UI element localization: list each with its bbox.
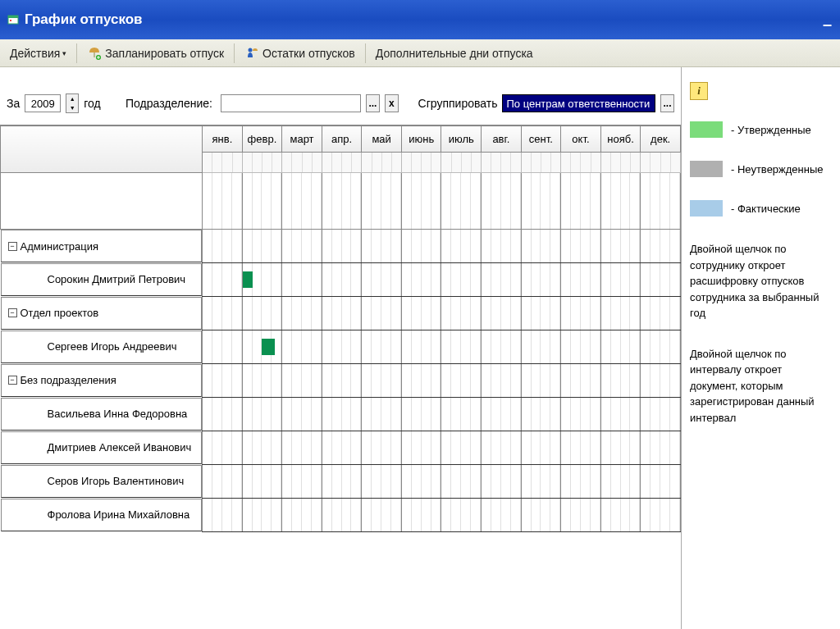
timeline-cell[interactable]	[203, 230, 243, 263]
timeline-cell[interactable]	[441, 230, 482, 263]
timeline-cell[interactable]	[322, 431, 362, 465]
collapse-button[interactable]: −	[8, 308, 17, 317]
timeline-cell[interactable]	[521, 230, 561, 263]
timeline-cell[interactable]	[600, 364, 641, 398]
timeline-cell[interactable]	[600, 230, 641, 263]
timeline-cell[interactable]	[641, 398, 681, 431]
department-lookup-button[interactable]: ...	[366, 94, 380, 112]
group-row[interactable]: −Без подразделения	[1, 364, 681, 398]
info-button[interactable]: i	[690, 82, 708, 100]
plan-vacation-button[interactable]: Запланировать отпуск	[80, 43, 231, 63]
timeline-cell[interactable]	[362, 330, 402, 364]
timeline-cell[interactable]	[561, 398, 601, 431]
vacation-remains-button[interactable]: Остатки отпусков	[238, 43, 362, 63]
timeline-cell[interactable]	[441, 330, 482, 364]
timeline-cell[interactable]	[362, 499, 402, 532]
timeline-cell[interactable]	[441, 398, 482, 431]
timeline-cell[interactable]	[242, 431, 282, 465]
timeline-cell[interactable]	[441, 364, 482, 398]
timeline-cell[interactable]	[441, 499, 482, 532]
timeline-cell[interactable]	[242, 398, 282, 431]
group-lookup-button[interactable]: ...	[660, 94, 674, 112]
timeline-cell[interactable]	[282, 364, 322, 398]
department-clear-button[interactable]: x	[385, 94, 399, 112]
timeline-cell[interactable]	[441, 431, 482, 465]
timeline-cell[interactable]	[203, 398, 243, 431]
timeline-cell[interactable]	[441, 263, 482, 297]
timeline-cell[interactable]	[401, 263, 441, 297]
timeline-cell[interactable]	[242, 499, 282, 532]
timeline-cell[interactable]	[242, 297, 282, 330]
timeline-cell[interactable]	[441, 297, 482, 330]
timeline-cell[interactable]	[561, 297, 601, 330]
year-up-button[interactable]: ▲	[66, 94, 78, 103]
timeline-cell[interactable]	[203, 364, 243, 398]
timeline-cell[interactable]	[561, 431, 601, 465]
timeline-cell[interactable]	[362, 364, 402, 398]
employee-row[interactable]: Дмитриев Алексей Иванович	[1, 431, 681, 465]
timeline-cell[interactable]	[600, 499, 641, 532]
timeline-cell[interactable]	[641, 431, 681, 465]
timeline-cell[interactable]	[482, 398, 522, 431]
timeline-cell[interactable]	[401, 330, 441, 364]
timeline-cell[interactable]	[362, 297, 402, 330]
collapse-button[interactable]: −	[8, 376, 17, 385]
timeline-cell[interactable]	[641, 499, 681, 532]
timeline-cell[interactable]	[561, 330, 601, 364]
timeline-cell[interactable]	[521, 431, 561, 465]
timeline-cell[interactable]	[362, 398, 402, 431]
timeline-cell[interactable]	[362, 263, 402, 297]
timeline-cell[interactable]	[600, 465, 641, 499]
timeline-cell[interactable]	[322, 499, 362, 532]
timeline-cell[interactable]	[521, 364, 561, 398]
timeline-cell[interactable]	[641, 465, 681, 499]
timeline-cell[interactable]	[322, 398, 362, 431]
year-down-button[interactable]: ▼	[66, 103, 78, 112]
timeline-cell[interactable]	[322, 364, 362, 398]
timeline-cell[interactable]	[521, 330, 561, 364]
timeline-cell[interactable]	[401, 297, 441, 330]
timeline-cell[interactable]	[482, 263, 522, 297]
year-input[interactable]	[25, 94, 61, 112]
timeline-cell[interactable]	[600, 263, 641, 297]
timeline-cell[interactable]	[322, 465, 362, 499]
timeline-cell[interactable]	[282, 297, 322, 330]
timeline-cell[interactable]	[203, 330, 243, 364]
timeline-cell[interactable]	[521, 398, 561, 431]
timeline-cell[interactable]	[482, 230, 522, 263]
timeline-cell[interactable]	[641, 263, 681, 297]
timeline-cell[interactable]	[482, 431, 522, 465]
extra-days-button[interactable]: Дополнительные дни отпуска	[369, 44, 540, 62]
timeline-cell[interactable]	[322, 263, 362, 297]
employee-row[interactable]: Серов Игорь Валентинович	[1, 465, 681, 499]
timeline-cell[interactable]	[282, 499, 322, 532]
timeline-cell[interactable]	[641, 330, 681, 364]
timeline-cell[interactable]	[203, 465, 243, 499]
vacation-bar[interactable]	[243, 271, 253, 288]
timeline-cell[interactable]	[482, 297, 522, 330]
timeline-cell[interactable]	[482, 465, 522, 499]
employee-row[interactable]: Сергеев Игорь Андреевич	[1, 330, 681, 364]
timeline-cell[interactable]	[203, 499, 243, 532]
timeline-cell[interactable]	[242, 330, 282, 364]
timeline-cell[interactable]	[322, 230, 362, 263]
timeline-cell[interactable]	[362, 230, 402, 263]
timeline-cell[interactable]	[521, 297, 561, 330]
timeline-cell[interactable]	[401, 230, 441, 263]
timeline-cell[interactable]	[282, 263, 322, 297]
timeline-cell[interactable]	[203, 263, 243, 297]
timeline-cell[interactable]	[641, 230, 681, 263]
timeline-cell[interactable]	[561, 364, 601, 398]
timeline-cell[interactable]	[482, 330, 522, 364]
timeline-cell[interactable]	[322, 330, 362, 364]
timeline-cell[interactable]	[521, 263, 561, 297]
timeline-cell[interactable]	[401, 364, 441, 398]
timeline-cell[interactable]	[521, 499, 561, 532]
timeline-cell[interactable]	[282, 230, 322, 263]
timeline-cell[interactable]	[282, 465, 322, 499]
employee-row[interactable]: Фролова Ирина Михайловна	[1, 499, 681, 532]
timeline-cell[interactable]	[561, 263, 601, 297]
timeline-cell[interactable]	[282, 330, 322, 364]
timeline-cell[interactable]	[561, 230, 601, 263]
timeline-cell[interactable]	[322, 297, 362, 330]
